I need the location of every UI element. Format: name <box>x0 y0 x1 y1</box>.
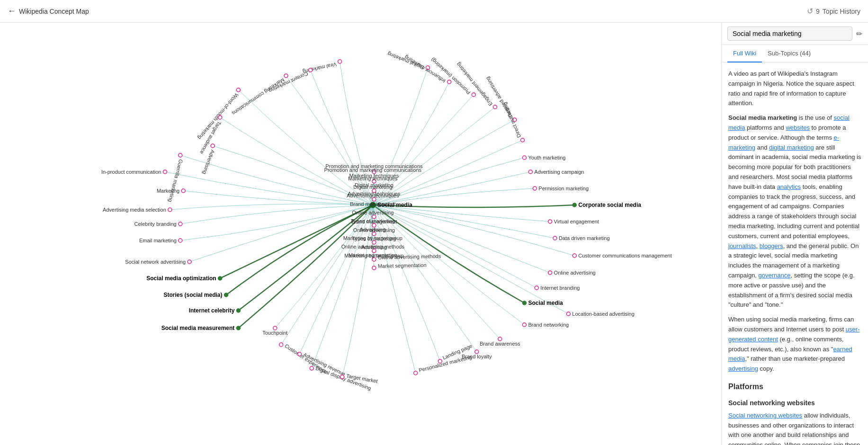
svg-point-26 <box>188 260 191 264</box>
svg-text:Brand management: Brand management <box>350 201 396 207</box>
right-panel: ✏ Full Wiki Sub-Topics (44) A video as p… <box>721 23 868 445</box>
svg-text:Virtual engagement: Virtual engagement <box>554 219 599 224</box>
link-digital-marketing[interactable]: digital marketing <box>769 144 814 151</box>
svg-text:Direct marketing: Direct marketing <box>501 101 522 138</box>
svg-text:Brand networking: Brand networking <box>528 322 569 328</box>
svg-point-100 <box>566 312 570 316</box>
svg-text:Touchpoint: Touchpoint <box>262 330 287 336</box>
wiki-section3: Social networking websites allow individ… <box>728 411 861 445</box>
link-journalists[interactable]: journalists <box>728 242 756 249</box>
svg-point-74 <box>493 105 497 109</box>
svg-point-34 <box>236 326 240 330</box>
link-websites[interactable]: websites <box>786 124 810 131</box>
svg-text:Market segmentation: Market segmentation <box>378 262 427 269</box>
svg-point-86 <box>573 203 576 207</box>
svg-text:Online advertising methods: Online advertising methods <box>341 244 405 249</box>
svg-text:Digital marketing: Digital marketing <box>353 184 392 190</box>
topic-history-button[interactable]: ↺ 9 Topic History <box>807 7 860 16</box>
topic-history-count: 9 <box>816 8 820 15</box>
svg-text:Market segmentation: Market segmentation <box>349 252 397 258</box>
svg-point-18 <box>181 189 185 193</box>
svg-point-42 <box>310 366 313 370</box>
svg-point-98 <box>522 301 526 305</box>
svg-point-78 <box>521 138 525 142</box>
svg-text:Advertising media selection: Advertising media selection <box>103 207 166 213</box>
history-icon: ↺ <box>807 7 813 16</box>
svg-text:Social media: Social media <box>528 300 563 306</box>
tab-subtopics[interactable]: Sub-Topics (44) <box>762 45 816 62</box>
back-arrow-icon: ← <box>8 6 16 16</box>
svg-point-104 <box>498 337 502 341</box>
svg-point-20 <box>168 208 172 212</box>
header-title: Wikipedia Concept Map <box>19 8 89 15</box>
svg-text:Internet branding: Internet branding <box>540 285 580 291</box>
social-networking-heading: Social networking websites <box>728 398 861 408</box>
svg-text:Customer communications manage: Customer communications management <box>578 253 671 258</box>
svg-point-82 <box>528 170 532 174</box>
svg-point-44 <box>340 375 344 379</box>
main-content: Social mediaViral marketingContent marke… <box>0 23 868 445</box>
svg-point-64 <box>372 258 376 261</box>
svg-text:Internet celebrity: Internet celebrity <box>189 307 235 314</box>
svg-point-106 <box>475 350 479 354</box>
svg-point-16 <box>163 170 167 174</box>
svg-text:Permission marketing: Permission marketing <box>538 186 589 191</box>
svg-point-24 <box>179 239 182 242</box>
link-ugc[interactable]: user-generated content <box>728 326 859 343</box>
svg-point-88 <box>548 220 552 223</box>
svg-point-28 <box>218 276 222 280</box>
concept-map-graph[interactable]: Social mediaViral marketingContent marke… <box>0 23 721 445</box>
search-bar: ✏ <box>722 23 868 45</box>
svg-text:Youth marketing: Youth marketing <box>528 155 565 160</box>
svg-point-40 <box>297 352 301 356</box>
svg-text:Location-based advertising: Location-based advertising <box>572 311 634 317</box>
svg-text:Stories (social media): Stories (social media) <box>164 292 223 298</box>
svg-point-4 <box>309 68 313 72</box>
platforms-heading: Platforms <box>728 381 861 393</box>
svg-point-12 <box>211 144 215 148</box>
svg-point-84 <box>533 187 537 190</box>
wiki-content: A video as part of Wikipedia's Instagram… <box>722 62 868 445</box>
svg-point-30 <box>224 293 228 297</box>
edit-icon[interactable]: ✏ <box>856 29 862 38</box>
graph-svg: Social mediaViral marketingContent marke… <box>0 23 721 445</box>
svg-text:Celebrity branding: Celebrity branding <box>134 221 176 227</box>
link-advertising[interactable]: advertising <box>728 365 758 372</box>
svg-text:Advertising campaign: Advertising campaign <box>534 169 584 175</box>
svg-text:Social network advertising: Social network advertising <box>125 259 186 265</box>
link-governance[interactable]: governance <box>759 272 791 279</box>
svg-text:Guerrilla marketing: Guerrilla marketing <box>168 159 184 203</box>
header: ← Wikipedia Concept Map ↺ 9 Topic Histor… <box>0 0 868 23</box>
svg-text:Email marketing: Email marketing <box>139 238 177 243</box>
link-bloggers[interactable]: bloggers <box>760 242 783 249</box>
wiki-tabs: Full Wiki Sub-Topics (44) <box>722 45 868 62</box>
svg-text:Online advertising: Online advertising <box>554 270 596 276</box>
svg-point-90 <box>553 236 557 240</box>
link-earned-media[interactable]: earned media <box>728 346 852 363</box>
topic-history-label: Topic History <box>823 8 860 15</box>
svg-point-72 <box>472 93 475 97</box>
svg-point-92 <box>573 254 576 258</box>
search-input[interactable] <box>727 27 852 41</box>
svg-text:Corporate social media: Corporate social media <box>578 202 641 208</box>
svg-point-8 <box>236 88 240 92</box>
wiki-section2: When using social media marketing, firms… <box>728 315 861 374</box>
svg-text:Marketing by target group: Marketing by target group <box>343 235 403 241</box>
svg-point-2 <box>338 60 342 63</box>
svg-point-36 <box>273 326 277 330</box>
svg-point-38 <box>279 343 283 347</box>
svg-point-14 <box>179 153 182 157</box>
link-snw[interactable]: Social networking websites <box>728 412 802 419</box>
link-analytics[interactable]: analytics <box>777 183 801 190</box>
tab-full-wiki[interactable]: Full Wiki <box>727 45 762 62</box>
wiki-section1: Social media marketing is the use of soc… <box>728 113 861 310</box>
svg-text:Types of marketing: Types of marketing <box>351 218 395 224</box>
svg-text:Data driven marketing: Data driven marketing <box>559 235 610 241</box>
back-button[interactable]: ← Wikipedia Concept Map <box>8 6 89 16</box>
svg-text:Marketing techniques: Marketing techniques <box>348 176 398 181</box>
svg-text:Marketing: Marketing <box>157 188 179 194</box>
svg-text:Advertising: Advertising <box>360 227 385 232</box>
svg-point-94 <box>548 271 552 275</box>
svg-text:In-product communication: In-product communication <box>101 169 161 175</box>
svg-point-110 <box>414 371 418 375</box>
